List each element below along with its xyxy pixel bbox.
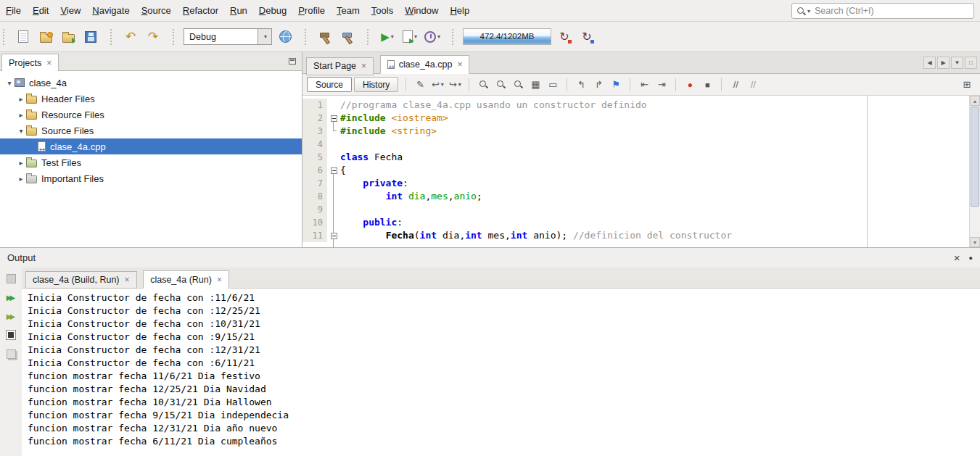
code-text[interactable]: class Fecha	[340, 151, 403, 164]
maximize-window-icon[interactable]: □	[965, 57, 977, 69]
comment-button[interactable]: //	[728, 77, 744, 93]
run-project-button[interactable]: ▶▾	[378, 28, 397, 46]
save-all-button[interactable]	[81, 28, 100, 46]
menu-file[interactable]: File	[0, 0, 27, 21]
undo-button[interactable]: ↶	[121, 28, 140, 46]
output-settings-button[interactable]	[3, 270, 19, 286]
tree-item-clase-4a[interactable]: ▾clase_4a	[0, 75, 302, 91]
profile-dropdown-icon[interactable]: ▾	[437, 33, 440, 40]
fold-collapse-icon[interactable]	[331, 233, 337, 239]
fold-toggle-icon[interactable]	[327, 164, 340, 177]
tab-clase-4a-run[interactable]: clase_4a (Run) ×	[143, 270, 229, 289]
expand-arrow-icon[interactable]: ▸	[16, 175, 26, 183]
debug-project-button[interactable]: ▾	[400, 28, 419, 46]
menu-view[interactable]: View	[54, 0, 86, 21]
menu-refactor[interactable]: Refactor	[177, 0, 224, 21]
chevron-down-icon[interactable]: ▾	[458, 81, 461, 88]
tree-item-resource-files[interactable]: ▸Resource Files	[0, 107, 302, 123]
shift-line-left-button[interactable]: ⇤	[636, 77, 652, 93]
tab-start-page[interactable]: Start Page ×	[306, 57, 374, 75]
fold-collapse-icon[interactable]	[331, 115, 337, 122]
close-icon[interactable]: ×	[457, 59, 462, 70]
source-view-button[interactable]: Source	[307, 77, 352, 92]
split-document-button[interactable]: ⊞	[959, 77, 975, 93]
menu-source[interactable]: Source	[136, 0, 177, 21]
window-menu-icon[interactable]: ●	[969, 254, 973, 262]
find-previous-button[interactable]	[493, 77, 508, 93]
find-next-button[interactable]	[510, 77, 526, 93]
scroll-up-icon[interactable]: ▲	[970, 96, 980, 106]
code-text[interactable]: //programa clase_4a.cpp usando un constr…	[340, 99, 647, 112]
configuration-combobox[interactable]: Debug ▾	[184, 28, 272, 45]
close-icon[interactable]: ×	[361, 61, 366, 71]
clear-output-button[interactable]	[3, 346, 19, 362]
expand-arrow-icon[interactable]: ▸	[16, 95, 26, 103]
forward-button[interactable]: ↪▾	[447, 77, 463, 93]
redo-button[interactable]: ↷	[144, 28, 162, 46]
run-dropdown-icon[interactable]: ▾	[391, 33, 394, 40]
collapse-arrow-icon[interactable]: ▾	[4, 79, 15, 87]
scrollbar-thumb[interactable]	[971, 107, 979, 207]
fold-toggle-icon[interactable]	[327, 229, 340, 242]
code-text[interactable]: public:	[340, 216, 403, 229]
tree-item-source-files[interactable]: ▾Source Files	[0, 123, 302, 138]
debug-dropdown-icon[interactable]: ▾	[414, 33, 417, 40]
new-file-button[interactable]	[14, 28, 33, 46]
scroll-tabs-right-icon[interactable]: ▶	[937, 57, 950, 69]
expand-arrow-icon[interactable]: ▸	[16, 111, 26, 119]
close-icon[interactable]: ×	[125, 275, 130, 285]
toggle-highlight-button[interactable]: ▦	[527, 77, 543, 93]
close-output-icon[interactable]: ×	[954, 252, 960, 263]
code-text[interactable]: private:	[340, 177, 408, 190]
tab-list-icon[interactable]: ▼	[951, 57, 963, 69]
menu-team[interactable]: Team	[331, 0, 366, 21]
search-box[interactable]: ▾ Search (Ctrl+I)	[791, 3, 974, 19]
code-editor[interactable]: 1//programa clase_4a.cpp usando un const…	[302, 96, 980, 247]
tree-item-header-files[interactable]: ▸Header Files	[0, 91, 302, 107]
back-button[interactable]: ↩▾	[429, 77, 445, 93]
minimize-panel-icon[interactable]	[289, 58, 296, 65]
menu-help[interactable]: Help	[444, 0, 475, 21]
set-configuration-button[interactable]	[276, 28, 295, 46]
editor-vertical-scrollbar[interactable]: ▲ ▼	[969, 96, 980, 247]
rerun-button[interactable]: ▶▶	[3, 289, 19, 305]
close-icon[interactable]: ×	[46, 58, 52, 68]
history-view-button[interactable]: History	[354, 77, 398, 92]
next-bookmark-button[interactable]: ↱	[590, 77, 606, 93]
start-macro-recording-button[interactable]: ●	[682, 77, 698, 93]
close-icon[interactable]: ×	[217, 275, 222, 285]
rectangular-selection-button[interactable]: ▭	[545, 77, 561, 93]
tab-clase-4a-cpp[interactable]: clase_4a.cpp ×	[380, 55, 470, 74]
tab-clase-4a-build-run[interactable]: clase_4a (Build, Run) ×	[25, 271, 137, 289]
memory-meter[interactable]: 472.4/1202MB	[463, 28, 551, 45]
rerun-alt-button[interactable]: ▶▶	[3, 308, 19, 324]
code-text[interactable]: Fecha(int dia,int mes,int anio); //defin…	[340, 229, 732, 242]
find-selection-button[interactable]	[475, 77, 491, 93]
new-project-button[interactable]	[36, 28, 55, 46]
uncomment-button[interactable]: //	[745, 77, 761, 93]
previous-bookmark-button[interactable]: ↰	[573, 77, 589, 93]
collapse-arrow-icon[interactable]: ▾	[16, 127, 26, 135]
garbage-collect-button[interactable]: ↻	[555, 28, 574, 46]
combobox-dropdown-button[interactable]: ▾	[258, 29, 271, 44]
scroll-tabs-left-icon[interactable]: ◀	[923, 57, 936, 69]
stop-macro-recording-button[interactable]: ■	[699, 77, 715, 93]
fold-collapse-icon[interactable]	[331, 167, 337, 174]
code-text[interactable]: #include <iostream>	[340, 112, 448, 125]
scroll-down-icon[interactable]: ▼	[970, 237, 980, 247]
menu-navigate[interactable]: Navigate	[86, 0, 135, 21]
code-text[interactable]: {	[340, 164, 346, 177]
menu-profile[interactable]: Profile	[292, 0, 331, 21]
expand-arrow-icon[interactable]: ▸	[16, 159, 26, 167]
last-edit-position-button[interactable]: ✎	[412, 77, 428, 93]
output-console[interactable]: Inicia Constructor de fecha con :11/6/21…	[22, 289, 980, 456]
clean-build-project-button[interactable]	[338, 28, 357, 46]
profile-project-button[interactable]: ▾	[423, 28, 442, 46]
menu-window[interactable]: Window	[399, 0, 444, 21]
garbage-collect-profile-button[interactable]: ↻	[577, 28, 596, 46]
menu-edit[interactable]: Edit	[27, 0, 54, 21]
tree-item-test-files[interactable]: ▸Test Files	[0, 154, 302, 170]
build-project-button[interactable]	[316, 28, 334, 46]
code-text[interactable]: int dia,mes,anio;	[340, 190, 482, 203]
menu-tools[interactable]: Tools	[366, 0, 399, 21]
